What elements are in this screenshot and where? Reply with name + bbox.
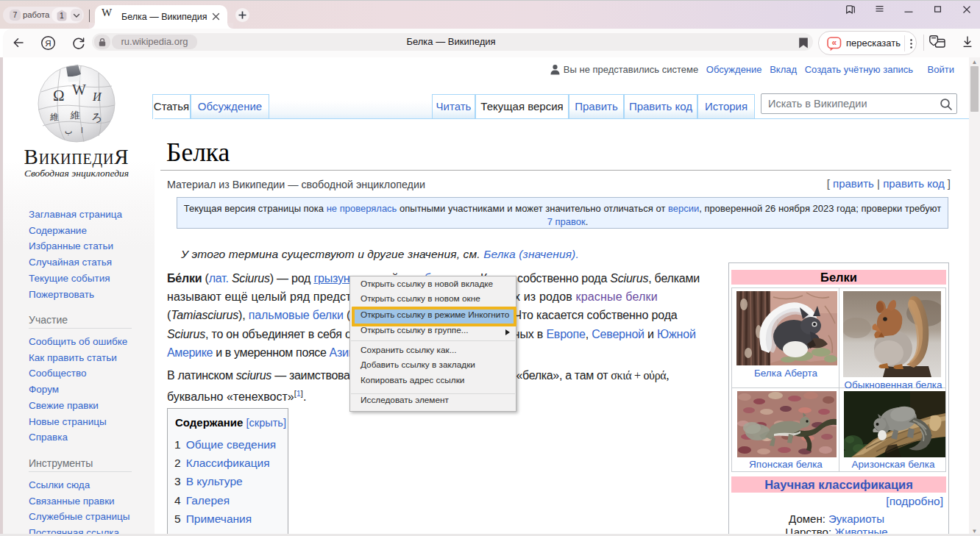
svg-text:И: И bbox=[92, 90, 102, 103]
svg-text:ろ: ろ bbox=[91, 112, 102, 124]
svg-text:ا: ا bbox=[81, 126, 83, 135]
svg-text:ب: ب bbox=[65, 126, 72, 135]
svg-text:維: 維 bbox=[70, 110, 80, 121]
svg-text:Ω: Ω bbox=[53, 87, 65, 104]
svg-text:W: W bbox=[72, 82, 86, 98]
svg-text:«: « bbox=[831, 37, 837, 48]
svg-text:W: W bbox=[102, 7, 113, 18]
svg-text:維: 維 bbox=[50, 112, 59, 122]
svg-text:1: 1 bbox=[60, 11, 64, 20]
svg-text:Я: Я bbox=[45, 39, 51, 48]
